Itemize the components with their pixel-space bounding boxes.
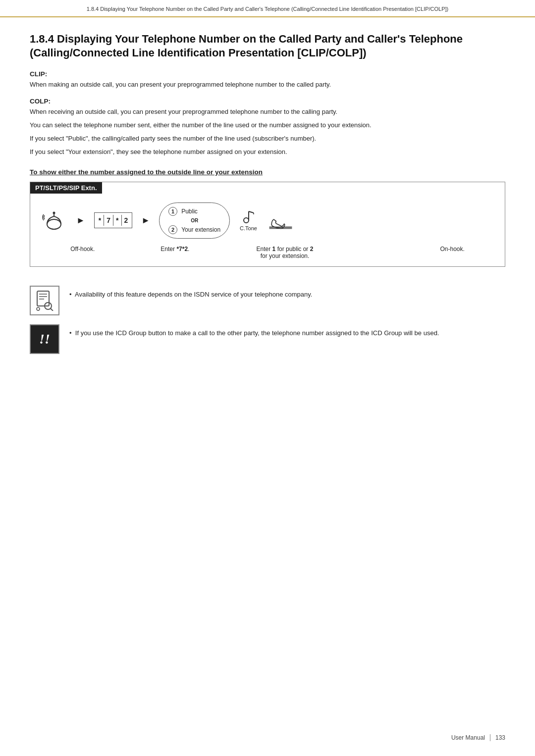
- footer-label: User Manual: [451, 734, 485, 741]
- diagram-content: ► * 7 * 2 ► 1: [30, 194, 505, 244]
- note1-text: • Availability of this feature depends o…: [69, 286, 312, 300]
- note2-icon-box: !!: [30, 324, 59, 354]
- option1-circle: 1: [168, 207, 177, 216]
- svg-rect-9: [37, 291, 49, 306]
- arrow-1: ►: [76, 215, 85, 226]
- svg-point-3: [244, 218, 249, 223]
- svg-line-14: [51, 308, 53, 311]
- colp-label: COLP:: [30, 98, 505, 105]
- arrow-2: ►: [141, 215, 150, 226]
- note1-icon-box: [30, 286, 59, 315]
- clip-label: CLIP:: [30, 70, 505, 78]
- note1-content: Availability of this feature depends on …: [75, 291, 312, 298]
- tone-label: C.Tone: [240, 225, 257, 231]
- step1-label: Off-hook.: [65, 246, 100, 252]
- or-text: OR: [191, 218, 198, 223]
- body-para2a: If you select "Public", the calling/call…: [30, 134, 505, 144]
- page-header: 1.8.4 Displaying Your Telephone Number o…: [0, 0, 535, 17]
- page-title: 1.8.4 Displaying Your Telephone Number o…: [30, 32, 505, 60]
- colp-text: When receiving an outside call, you can …: [30, 107, 505, 117]
- options-step: 1 Public OR 2 Your extension: [159, 202, 230, 239]
- diagram-labels: Off-hook. Enter *7*2. Enter 1 for public…: [30, 244, 505, 266]
- body-para2b: If you select "Your extension", they see…: [30, 147, 505, 157]
- note2-text: • If you use the ICD Group button to mak…: [69, 324, 439, 339]
- svg-point-2: [53, 211, 55, 214]
- onhook-icon: [267, 210, 294, 230]
- step2-label: Enter *7*2.: [150, 246, 200, 252]
- option2-label: Your extension: [181, 226, 220, 233]
- keypad-sequence: * 7 * 2: [94, 212, 133, 228]
- page-footer: User Manual 133: [451, 734, 505, 741]
- svg-point-15: [37, 307, 40, 310]
- svg-point-0: [47, 219, 61, 229]
- note1-bullet: •: [69, 291, 72, 298]
- footer-page: 133: [495, 734, 505, 741]
- step5-label: On-hook.: [435, 246, 470, 252]
- note2-bullet: •: [69, 329, 72, 337]
- offhook-icon: [40, 208, 67, 233]
- option2-circle: 2: [168, 225, 177, 234]
- svg-line-5: [249, 211, 254, 213]
- footer-divider: [490, 734, 490, 741]
- tone-step: C.Tone: [240, 209, 257, 231]
- option1-label: Public: [181, 208, 198, 215]
- breadcrumb-text: 1.8.4 Displaying Your Telephone Number o…: [87, 6, 449, 12]
- step3-label: Enter 1 for public or 2for your extensio…: [250, 246, 320, 259]
- diagram-heading: To show either the number assigned to th…: [30, 168, 505, 176]
- note1-row: • Availability of this feature depends o…: [30, 286, 505, 315]
- clip-text: When making an outside call, you can pre…: [30, 80, 505, 90]
- diagram-box: PT/SLT/PS/SIP Extn. ►: [30, 182, 505, 267]
- body-para1: You can select the telephone number sent…: [30, 120, 505, 131]
- diagram-box-header: PT/SLT/PS/SIP Extn.: [30, 182, 102, 194]
- note2-content: If you use the ICD Group button to make …: [75, 329, 439, 337]
- note2-row: !! • If you use the ICD Group button to …: [30, 324, 505, 354]
